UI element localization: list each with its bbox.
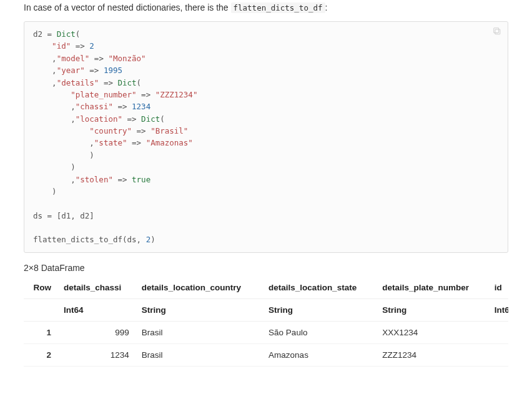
intro-suffix: :: [325, 2, 328, 12]
intro-fn-code: flatten_dicts_to_df: [231, 2, 325, 13]
cell: 1: [495, 321, 508, 343]
cell: Brasil: [142, 343, 268, 366]
svg-rect-0: [495, 29, 500, 34]
dataframe-scroll[interactable]: Rowdetails_chassidetails_location_countr…: [24, 277, 508, 368]
table-row: 21234BrasilAmazonasZZZ12342Monzão: [24, 343, 508, 366]
dataframe-body: 1999BrasilSão PauloXXX12341Kadet21234Bra…: [24, 321, 508, 366]
col-header: details_location_country: [142, 277, 268, 299]
cell: São Paulo: [268, 321, 382, 343]
dataframe-types-row: Int64StringStringStringInt64String: [24, 298, 508, 321]
col-header: id: [495, 277, 508, 299]
outer-scrollbar[interactable]: [24, 370, 508, 378]
cell: Amazonas: [268, 343, 382, 366]
col-header: details_plate_number: [382, 277, 494, 299]
copy-icon[interactable]: [493, 27, 501, 36]
col-type: [24, 298, 64, 321]
row-index: 1: [24, 321, 64, 343]
intro-text: In case of a vector of nested dictionari…: [24, 2, 508, 12]
col-type: Int64: [495, 298, 508, 321]
table-row: 1999BrasilSão PauloXXX12341Kadet: [24, 321, 508, 343]
cell: Brasil: [142, 321, 268, 343]
dataframe-caption: 2×8 DataFrame: [24, 263, 508, 273]
cell: ZZZ1234: [382, 343, 494, 366]
col-type: String: [268, 298, 382, 321]
code-content: d2 = Dict( "id" => 2 ,"model" => "Monzão…: [33, 28, 499, 246]
col-header: details_location_state: [268, 277, 382, 299]
col-type: String: [382, 298, 494, 321]
cell: XXX1234: [382, 321, 494, 343]
dataframe-table: Rowdetails_chassidetails_location_countr…: [24, 277, 508, 367]
cell: 2: [495, 343, 508, 366]
cell: 999: [64, 321, 142, 343]
col-header: Row: [24, 277, 64, 299]
dataframe-header-row: Rowdetails_chassidetails_location_countr…: [24, 277, 508, 299]
svg-rect-1: [494, 28, 499, 33]
col-type: Int64: [64, 298, 142, 321]
intro-prefix: In case of a vector of nested dictionari…: [24, 2, 231, 12]
row-index: 2: [24, 343, 64, 366]
col-type: String: [142, 298, 268, 321]
cell: 1234: [64, 343, 142, 366]
col-header: details_chassi: [64, 277, 142, 299]
code-block: d2 = Dict( "id" => 2 ,"model" => "Monzão…: [24, 21, 508, 253]
